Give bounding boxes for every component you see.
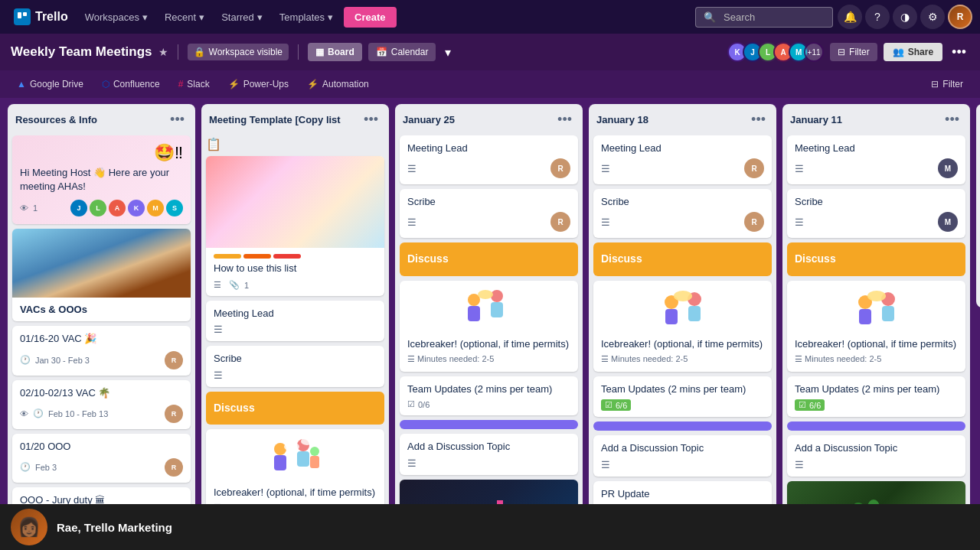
card-meeting-lead[interactable]: Meeting Lead ☰	[206, 301, 384, 341]
card-meeting-lead-jan25[interactable]: Meeting Lead ☰ R	[400, 135, 578, 184]
svg-rect-1	[23, 12, 27, 16]
card-image	[12, 229, 191, 298]
card-add-discussion-jan18[interactable]: Add a Discussion Topic ☰	[593, 435, 772, 476]
more-options-button[interactable]: •••	[949, 44, 969, 60]
card-meeting-lead-jan11[interactable]: Meeting Lead ☰ M	[787, 135, 965, 184]
card-scribe[interactable]: Scribe ☰	[206, 346, 384, 386]
checklist-count: 6/6	[809, 401, 821, 410]
card-meta-icons: 👁 🕐 Feb 10 - Feb 13	[20, 408, 108, 418]
card-title: Team Updates (2 mins per team)	[407, 382, 570, 396]
templates-menu[interactable]: Templates ▾	[273, 8, 339, 27]
card-template-how-to[interactable]: How to use this list ☰ 📎 1	[206, 156, 384, 296]
power-ups-button[interactable]: ⚡ Power-Ups	[222, 76, 295, 93]
card-vac-1[interactable]: 01/16-20 VAC 🎉 🕐 Jan 30 - Feb 3 R	[12, 326, 191, 375]
description-icon: ☰	[407, 216, 416, 228]
user-avatar[interactable]: R	[948, 5, 972, 29]
column-header: January 18 •••	[589, 104, 776, 135]
icebreaker-illustration	[214, 435, 377, 481]
card-labels	[214, 254, 377, 259]
card-purple-bar-jan11[interactable]	[787, 421, 965, 431]
description-icon: ☰	[795, 216, 804, 228]
automation-button[interactable]: ⚡ Automation	[301, 76, 375, 93]
card-discuss[interactable]: Discuss	[206, 392, 384, 425]
chevron-down-icon: ▾	[257, 11, 263, 23]
card-team-updates-jan11[interactable]: Team Updates (2 mins per team) ☑ 6/6	[787, 376, 965, 417]
column-meeting-template: Meeting Template [Copy list ••• 📋 How to…	[201, 104, 389, 544]
board-title: Weekly Team Meetings	[11, 44, 152, 60]
card-title: Meeting Lead	[601, 142, 764, 155]
minutes-text: ☰ Minutes needed: 2-5	[601, 354, 688, 364]
confluence-button[interactable]: ⬡ Confluence	[96, 76, 166, 93]
card-ooo-1[interactable]: 01/20 OOO 🕐 Feb 3 R	[12, 434, 191, 483]
card-add-discussion-jan11[interactable]: Add a Discussion Topic ☰	[787, 435, 965, 476]
card-title: Icebreaker! (optional, if time permits)	[601, 337, 764, 351]
card-scribe-jan25[interactable]: Scribe ☰ R	[400, 189, 578, 238]
card-vac-2[interactable]: 02/10-02/13 VAC 🌴 👁 🕐 Feb 10 - Feb 13 R	[12, 380, 191, 429]
chevron-down-icon: ▾	[199, 11, 204, 23]
card-avatar: R	[165, 351, 183, 369]
trello-icon	[14, 8, 31, 25]
recent-menu[interactable]: Recent ▾	[158, 8, 211, 27]
card-scribe-jan11[interactable]: Scribe ☰ M	[787, 189, 965, 238]
board-view-button[interactable]: ▦ Board	[308, 43, 362, 61]
search-icon: 🔍	[704, 11, 716, 23]
card-meeting-lead-jan18[interactable]: Meeting Lead ☰ R	[593, 135, 772, 184]
card-add-discussion-jan25[interactable]: Add a Discussion Topic ☰	[400, 434, 578, 474]
eye-icon: 👁	[20, 203, 28, 213]
column-menu-button[interactable]: •••	[554, 110, 575, 129]
column-menu-button[interactable]: •••	[361, 110, 381, 129]
column-menu-button[interactable]: •••	[167, 110, 188, 129]
workspace-visibility[interactable]: 🔒 Workspace visible	[188, 44, 289, 60]
notification-avatar[interactable]: 👩🏾	[11, 509, 47, 545]
filter-powerup-button[interactable]: ⊟ Filter	[925, 76, 969, 93]
star-button[interactable]: ★	[158, 46, 168, 58]
svg-rect-0	[18, 12, 21, 18]
column-title: January 25	[403, 114, 455, 125]
add-card-button-partial[interactable]: + Add	[976, 286, 980, 308]
create-button[interactable]: Create	[344, 7, 396, 28]
card-icebreaker-jan25[interactable]: Icebreaker! (optional, if time permits) …	[400, 281, 578, 372]
card-icebreaker-jan11[interactable]: Icebreaker! (optional, if time permits) …	[787, 281, 965, 372]
share-button[interactable]: 👥 Share	[884, 43, 942, 61]
column-menu-button[interactable]: •••	[942, 110, 962, 129]
card-icebreaker-jan18[interactable]: Icebreaker! (optional, if time permits) …	[593, 281, 772, 372]
filter-button[interactable]: ⊟ Filter	[830, 43, 877, 61]
card-team-updates-jan25[interactable]: Team Updates (2 mins per team) ☑ 0/6	[400, 376, 578, 415]
svg-rect-22	[665, 309, 678, 324]
card-discuss-jan18[interactable]: Discuss	[593, 242, 772, 276]
card-purple-bar-jan25[interactable]	[400, 420, 578, 429]
filter-icon: ⊟	[838, 47, 845, 57]
confluence-icon: ⬡	[102, 79, 109, 89]
column-menu-button[interactable]: •••	[748, 110, 769, 129]
slack-button[interactable]: # Slack	[172, 76, 216, 93]
google-drive-button[interactable]: ▲ Google Drive	[11, 76, 90, 93]
card-aha[interactable]: 🤩‼️ Hi Meeting Host 👋 Here are your meet…	[12, 135, 191, 224]
column-resources: Resources & Info ••• 🤩‼️ Hi Meeting Host…	[8, 104, 195, 541]
settings-button[interactable]: ⚙	[920, 5, 945, 29]
card-scribe-jan18[interactable]: Scribe ☰ R	[593, 189, 772, 238]
card-discuss-jan11[interactable]: Discuss	[787, 242, 965, 276]
workspaces-menu[interactable]: Workspaces ▾	[79, 8, 154, 27]
contrast-button[interactable]: ◑	[893, 5, 917, 29]
svg-rect-3	[274, 455, 286, 470]
column-header: January 11 •••	[782, 104, 970, 135]
extra-members-count[interactable]: +11	[804, 42, 824, 62]
card-title: Scribe	[795, 195, 958, 209]
checklist-badge: ☑ 0/6	[407, 399, 570, 409]
help-button[interactable]: ?	[865, 5, 890, 29]
notifications-button[interactable]: 🔔	[838, 5, 862, 29]
column-partial: Janu... ••• Meetin... Scribe Discu... Ic…	[976, 104, 980, 308]
card-avatars: J L A K M S	[70, 200, 183, 216]
card-vac-ooos[interactable]: VACs & OOOs	[12, 229, 191, 321]
starred-menu[interactable]: Starred ▾	[215, 8, 269, 27]
card-team-updates-jan18[interactable]: Team Updates (2 mins per team) ☑ 6/6	[593, 376, 772, 417]
card-title: VACs & OOOs	[20, 304, 183, 315]
card-discuss-jan25[interactable]: Discuss	[400, 242, 578, 276]
card-purple-bar-jan18[interactable]	[593, 421, 772, 431]
search-box[interactable]: 🔍 Search	[695, 7, 833, 28]
description-icon: ☰	[795, 459, 958, 470]
card-title: 02/10-02/13 VAC 🌴	[20, 386, 183, 400]
trello-logo[interactable]: Trello	[8, 8, 74, 25]
calendar-view-button[interactable]: 📅 Calendar	[368, 43, 436, 61]
more-views-button[interactable]: ▾	[442, 45, 454, 60]
